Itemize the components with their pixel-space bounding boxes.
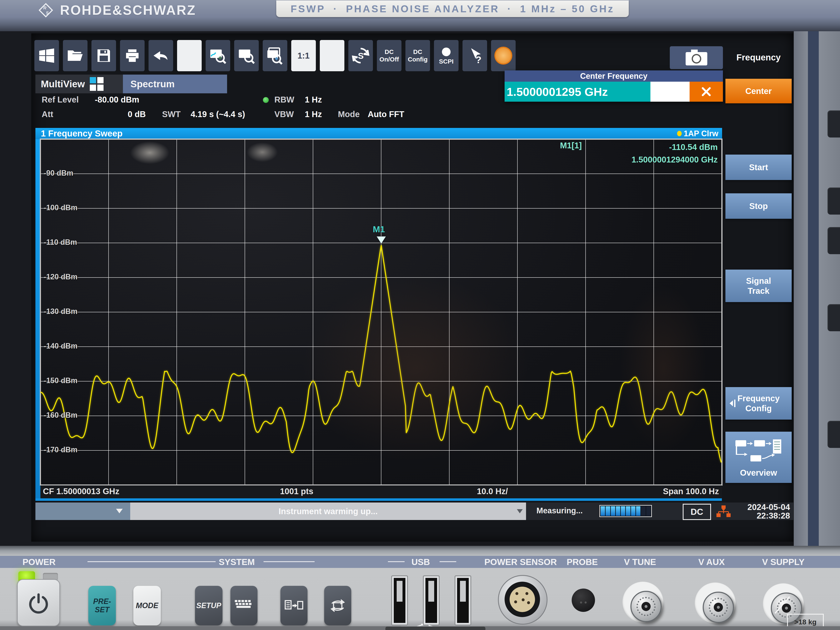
center-frequency-popup: Center Frequency 1.5000001295 GHz xyxy=(505,70,723,102)
progress-segment xyxy=(631,506,635,516)
blank-button-1[interactable] xyxy=(177,40,202,71)
status-bar: Instrument warming up... Measuring... DC… xyxy=(35,502,793,520)
open-file-icon[interactable] xyxy=(63,40,87,71)
save-icon[interactable] xyxy=(92,40,116,71)
progress-segment xyxy=(606,506,610,516)
blank-button-2[interactable] xyxy=(320,40,344,71)
help-button[interactable] xyxy=(491,40,516,71)
network-icon[interactable] xyxy=(716,505,731,518)
model-plate: FSWP · PHASE NOISE ANALYZER · 1 MHz – 50… xyxy=(276,0,629,17)
one-to-one-label: 1:1 xyxy=(297,52,309,59)
front-panel: POWER SYSTEM USB POWER SENSOR PROBE V TU… xyxy=(0,546,840,630)
swt-value[interactable]: 4.19 s (~4.4 s) xyxy=(191,110,245,119)
hardkey-4[interactable] xyxy=(827,304,840,331)
scpi-button[interactable]: SCPI xyxy=(434,40,458,71)
screenshot-button[interactable] xyxy=(670,46,723,69)
svg-text:?: ? xyxy=(475,54,482,65)
rbw-coupled-led xyxy=(263,97,269,103)
softkey-start[interactable]: Start xyxy=(725,155,792,180)
display-rotate-icon xyxy=(328,599,348,612)
camera-icon xyxy=(684,49,709,67)
att-value[interactable]: 0 dB xyxy=(128,110,146,119)
power-button[interactable] xyxy=(17,579,60,626)
keyboard-icon xyxy=(234,600,254,612)
marker-readout: -110.54 dBm 1.5000001294000 GHz xyxy=(632,141,718,166)
context-help-icon[interactable]: ? xyxy=(463,40,487,71)
marker-level: -110.54 dBm xyxy=(632,141,718,153)
measuring-label: Measuring... xyxy=(537,506,583,515)
date-time: 2024-05-04 22:38:28 xyxy=(747,503,790,520)
power-sensor-connector xyxy=(498,575,548,625)
ref-level-value[interactable]: -80.00 dBm xyxy=(95,95,139,104)
center-frequency-input[interactable]: 1.5000001295 GHz xyxy=(505,82,690,102)
preset-button[interactable]: PRE- SET xyxy=(88,586,116,625)
popup-close-button[interactable] xyxy=(690,82,723,102)
y-axis-tick: -90 dBm xyxy=(44,169,73,177)
hardkey-2[interactable] xyxy=(827,188,840,215)
setup-button[interactable]: SETUP xyxy=(195,586,223,625)
dc-indicator[interactable]: DC xyxy=(683,504,711,520)
dc-onoff-button[interactable]: DCOn/Off xyxy=(377,40,401,71)
marker-m1-icon[interactable] xyxy=(377,237,386,243)
center-frequency-value: 1.5000001295 GHz xyxy=(505,82,651,102)
window-titlebar[interactable]: 1 Frequency Sweep 1AP Clrw xyxy=(35,128,722,139)
usb-port-3 xyxy=(455,575,471,625)
ref-level-label: Ref Level xyxy=(42,95,79,104)
hardkey-3[interactable] xyxy=(827,227,840,254)
status-dropdown[interactable] xyxy=(35,502,130,520)
display-rotate-button[interactable] xyxy=(324,586,351,625)
dc-onoff-label-1: DC xyxy=(385,49,393,55)
marker-m1-label[interactable]: M1 xyxy=(373,224,385,234)
multi-window-zoom-icon[interactable] xyxy=(263,40,287,71)
svg-text:R: R xyxy=(43,6,46,10)
spectrum-graph[interactable]: -90 dBm-100 dBm-110 dBm-120 dBm-130 dBm-… xyxy=(40,139,722,485)
status-message-bar[interactable]: Instrument warming up... xyxy=(130,502,526,520)
vbw-label: VBW xyxy=(275,110,294,119)
progress-segment xyxy=(646,506,651,516)
progress-segment xyxy=(616,506,620,516)
tab-multiview[interactable]: MultiView xyxy=(35,74,123,93)
keyboard-button[interactable] xyxy=(231,586,257,625)
progress-segment xyxy=(621,506,625,516)
one-to-one-button[interactable]: 1:1 xyxy=(291,40,316,71)
status-message: Instrument warming up... xyxy=(278,507,378,516)
softkey-center[interactable]: Center xyxy=(725,79,792,103)
y-axis-tick: -150 dBm xyxy=(44,376,77,385)
windows-logo-icon[interactable] xyxy=(35,40,59,71)
softkey-signal-track[interactable]: Signal Track xyxy=(725,270,792,302)
softkey-stop[interactable]: Stop xyxy=(725,193,792,219)
date: 2024-05-04 xyxy=(747,503,790,512)
preset-sweep-icon[interactable]: S xyxy=(348,40,373,71)
model-range: 1 MHz – 50 GHz xyxy=(520,3,614,14)
print-icon[interactable] xyxy=(120,40,145,71)
hardkey-1[interactable] xyxy=(827,111,840,137)
probe-label: PROBE xyxy=(567,557,598,567)
progress-segment xyxy=(601,506,605,516)
y-axis-tick: -170 dBm xyxy=(44,445,77,454)
footer-span: Span 100.0 Hz xyxy=(663,487,719,496)
window-switch-button[interactable] xyxy=(280,586,308,625)
progress-segment xyxy=(641,506,646,516)
rbw-value[interactable]: 1 Hz xyxy=(305,95,322,104)
lcd-screen: 1:1SDCOn/OffDCConfigSCPI? MultiView Spec… xyxy=(31,33,793,542)
vbw-value[interactable]: 1 Hz xyxy=(305,110,322,119)
undo-icon[interactable] xyxy=(148,40,173,71)
zoom-trace-icon[interactable] xyxy=(205,40,230,71)
dc-config-button[interactable]: DCConfig xyxy=(406,40,430,71)
footer-points: 1001 pts xyxy=(280,487,313,496)
zoom-selection-icon[interactable] xyxy=(234,40,259,71)
hardkey-5[interactable] xyxy=(827,421,840,448)
v-tune-label: V TUNE xyxy=(624,557,656,567)
usb-port-2 xyxy=(423,575,440,625)
mode-value[interactable]: Auto FFT xyxy=(368,110,404,119)
att-label: Att xyxy=(42,110,53,119)
mode-label: Mode xyxy=(338,110,360,119)
softkey-frequency-config[interactable]: Frequency Config xyxy=(725,387,792,420)
tab-spectrum[interactable]: Spectrum xyxy=(123,74,227,93)
svg-text:S: S xyxy=(46,11,49,15)
progress-segment xyxy=(611,506,615,516)
mode-button[interactable]: MODE xyxy=(133,586,161,625)
fswp-instrument: R S ROHDE&SCHWARZ FSWP · PHASE NOISE ANA… xyxy=(0,0,840,630)
y-axis-tick: -140 dBm xyxy=(44,342,77,351)
softkey-overview[interactable]: Overview xyxy=(725,432,792,483)
